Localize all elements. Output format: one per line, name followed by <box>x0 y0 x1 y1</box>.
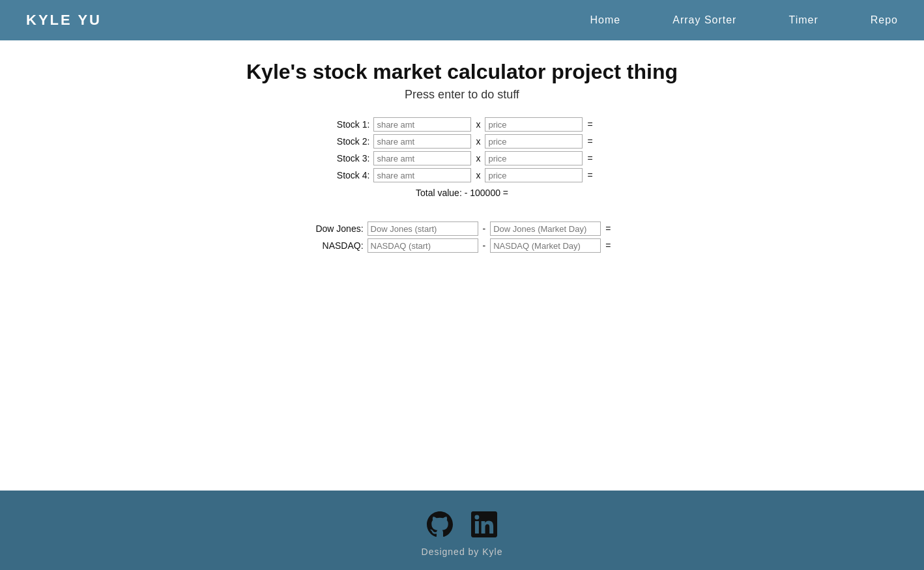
equals-1: = <box>585 119 594 130</box>
linkedin-link[interactable] <box>470 510 498 539</box>
nav-home[interactable]: Home <box>590 14 621 26</box>
equals-2: = <box>585 136 594 147</box>
main-content: Kyle's stock market calculator project t… <box>0 40 924 491</box>
stock-label-4: Stock 4: <box>329 170 369 180</box>
index-1-start-input[interactable] <box>368 221 478 236</box>
index-2-day-input[interactable] <box>490 238 601 253</box>
multiply-operator-3: x <box>474 153 482 164</box>
stock-row-2: Stock 2: x = <box>329 134 594 149</box>
equals-3: = <box>585 153 594 164</box>
stock-4-price-input[interactable] <box>485 168 583 182</box>
index-label-1: Dow Jones: <box>311 223 364 234</box>
stock-1-share-input[interactable] <box>373 117 471 132</box>
stock-1-price-input[interactable] <box>485 117 583 132</box>
nav-timer[interactable]: Timer <box>788 14 818 26</box>
github-link[interactable] <box>426 510 454 539</box>
site-footer: Designed by Kyle <box>0 491 924 570</box>
page-subtitle: Press enter to do stuff <box>405 88 519 102</box>
index-equals-1: = <box>603 223 613 234</box>
index-1-day-input[interactable] <box>490 221 601 236</box>
total-value-row: Total value: - 100000 = <box>329 188 594 198</box>
github-icon <box>427 511 453 537</box>
stock-row-3: Stock 3: x = <box>329 151 594 165</box>
brand-logo: KYLE YU <box>26 12 102 29</box>
footer-icons <box>426 510 498 539</box>
linkedin-icon <box>471 511 497 537</box>
stock-4-share-input[interactable] <box>373 168 471 182</box>
multiply-operator-1: x <box>474 119 482 130</box>
total-value-label: Total value: - 100000 = <box>416 188 508 198</box>
equals-4: = <box>585 170 594 180</box>
index-row-2: NASDAQ: - = <box>311 238 613 253</box>
nav-array-sorter[interactable]: Array Sorter <box>672 14 736 26</box>
stock-label-3: Stock 3: <box>329 153 369 164</box>
index-row-1: Dow Jones: - = <box>311 221 613 236</box>
main-nav: Home Array Sorter Timer Repo <box>590 14 898 26</box>
minus-operator-1: - <box>481 223 488 234</box>
index-2-start-input[interactable] <box>368 238 478 253</box>
index-equals-2: = <box>603 240 613 251</box>
stock-label-1: Stock 1: <box>329 119 369 130</box>
multiply-operator-4: x <box>474 170 482 180</box>
stock-label-2: Stock 2: <box>329 136 369 147</box>
stock-3-price-input[interactable] <box>485 151 583 165</box>
stock-row-1: Stock 1: x = <box>329 117 594 132</box>
stock-calculator: Stock 1: x = Stock 2: x = Stock 3: x = S… <box>329 117 594 208</box>
stock-3-share-input[interactable] <box>373 151 471 165</box>
index-section: Dow Jones: - = NASDAQ: - = <box>311 221 613 255</box>
stock-2-price-input[interactable] <box>485 134 583 149</box>
site-header: KYLE YU Home Array Sorter Timer Repo <box>0 0 924 40</box>
page-title: Kyle's stock market calculator project t… <box>246 60 678 84</box>
stock-row-4: Stock 4: x = <box>329 168 594 182</box>
nav-repo[interactable]: Repo <box>871 14 898 26</box>
footer-credit: Designed by Kyle <box>422 547 503 557</box>
minus-operator-2: - <box>481 240 488 251</box>
index-label-2: NASDAQ: <box>311 240 364 251</box>
multiply-operator-2: x <box>474 136 482 147</box>
stock-2-share-input[interactable] <box>373 134 471 149</box>
